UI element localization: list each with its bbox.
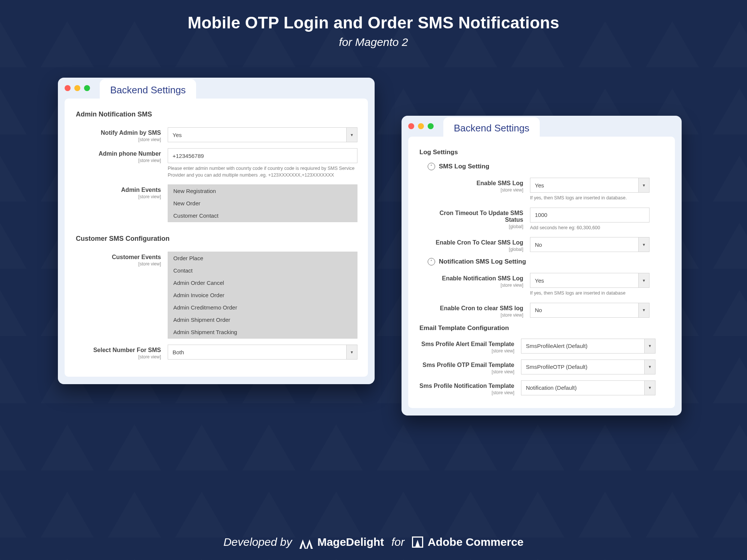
scope: [store view] (75, 354, 161, 360)
maximize-icon[interactable] (428, 123, 434, 129)
scope: [store view] (428, 283, 523, 288)
select-enable-cron-clear[interactable]: No ▼ (530, 237, 650, 252)
scope: [store view] (428, 187, 523, 193)
field-customer-events: Customer Events [store view] Order Place… (75, 252, 357, 339)
scope: [store view] (75, 194, 161, 199)
scope: [store view] (419, 369, 514, 374)
window-left: Backend Settings Admin Notification SMS … (58, 78, 375, 384)
field-enable-sms-log: Enable SMS Log [store view] Yes ▼ If yes… (428, 178, 664, 202)
select-enable-cron-notif[interactable]: No ▼ (530, 303, 650, 318)
tab-backend-settings[interactable]: Backend Settings (443, 117, 540, 139)
list-item[interactable]: Admin Shipment Tracking (168, 326, 357, 338)
scope: [global] (428, 224, 523, 229)
chevron-down-icon: ▼ (346, 345, 357, 360)
field-notify-admin: Notify Admin by SMS [store view] Yes ▼ (75, 127, 357, 142)
footer-for: for (391, 536, 405, 548)
label: Sms Profile Alert Email Template (419, 341, 514, 348)
list-item[interactable]: Admin Invoice Order (168, 289, 357, 301)
label: Enable Notification SMS Log (428, 275, 523, 282)
select-value: SmsProfileAlert (Default) (521, 339, 644, 354)
select-notify-admin[interactable]: Yes ▼ (168, 127, 357, 142)
panel-right: Log Settings ˄ SMS Log Setting Enable SM… (408, 137, 675, 408)
list-item[interactable]: Admin Order Cancel (168, 277, 357, 289)
list-item[interactable]: Admin Creditmemo Order (168, 301, 357, 314)
select-value: Notification (Default) (521, 380, 644, 395)
list-item[interactable]: Contact (168, 264, 357, 277)
section-email-template: Email Template Configuration (419, 324, 664, 332)
select-value: Yes (530, 178, 638, 193)
chevron-down-icon: ▼ (644, 339, 655, 354)
magedelight-logo-icon (300, 535, 313, 549)
label: Enable SMS Log (428, 180, 523, 187)
adobe-logo-icon (412, 536, 423, 548)
label-admin-phone: Admin phone Number (75, 150, 161, 157)
help-admin-phone: Please enter admin number with counrty c… (168, 165, 357, 178)
chevron-up-icon: ˄ (428, 163, 435, 170)
footer: Developed by MageDelight for Adobe Comme… (0, 535, 747, 549)
field-enable-cron-notif: Enable Cron to clear SMS log [store view… (428, 303, 664, 318)
brand-name: Adobe Commerce (428, 536, 524, 548)
field-cron-timeout: Cron Timeout To Update SMS Status [globa… (428, 208, 664, 231)
field-tpl2: Sms Profile OTP Email Template [store vi… (419, 360, 664, 374)
traffic-lights (65, 85, 90, 91)
tab-backend-settings[interactable]: Backend Settings (100, 79, 196, 100)
field-enable-notif-log: Enable Notification SMS Log [store view]… (428, 273, 664, 297)
titlebar: Backend Settings (402, 116, 682, 137)
select-value: Yes (168, 127, 346, 142)
select-value: No (530, 303, 638, 318)
collapse-sms-log[interactable]: ˄ SMS Log Setting (428, 163, 664, 170)
minimize-icon[interactable] (74, 85, 80, 91)
select-enable-notif-log[interactable]: Yes ▼ (530, 273, 650, 288)
collapse-notif-log[interactable]: ˄ Notification SMS Log Setting (428, 258, 664, 265)
select-value: Yes (530, 273, 638, 288)
select-tpl2[interactable]: SmsProfileOTP (Default) ▼ (521, 360, 655, 374)
multiselect-admin-events[interactable]: New Registration New Order Customer Cont… (168, 184, 357, 222)
brand-name: MageDelight (317, 536, 384, 548)
page-subtitle: for Magento 2 (0, 36, 747, 49)
select-tpl1[interactable]: SmsProfileAlert (Default) ▼ (521, 339, 655, 354)
help: If yes, then SMS logs are inserted in da… (530, 290, 664, 297)
input-admin-phone[interactable] (168, 148, 357, 163)
field-enable-cron-clear: Enable Cron To Clear SMS Log [global] No… (428, 237, 664, 252)
help: If yes, then SMS logs are inserted in da… (530, 195, 664, 202)
page-title: Mobile OTP Login and Order SMS Notificat… (0, 13, 747, 32)
close-icon[interactable] (408, 123, 414, 129)
label: Cron Timeout To Update SMS Status (428, 210, 523, 223)
chevron-down-icon: ▼ (644, 360, 655, 374)
help: Add seconds here eg: 60,300,600 (530, 225, 664, 231)
select-tpl3[interactable]: Notification (Default) ▼ (521, 380, 655, 395)
section-customer-sms: Customer SMS Configuration (76, 235, 357, 243)
titlebar: Backend Settings (58, 78, 375, 99)
select-enable-sms-log[interactable]: Yes ▼ (530, 178, 650, 193)
maximize-icon[interactable] (84, 85, 90, 91)
field-tpl1: Sms Profile Alert Email Template [store … (419, 339, 664, 354)
scope: [global] (428, 247, 523, 252)
list-item[interactable]: Customer Contact (168, 209, 357, 222)
label: Enable Cron To Clear SMS Log (428, 239, 523, 246)
brand-magedelight: MageDelight (300, 535, 384, 549)
label-notify-admin: Notify Admin by SMS (75, 130, 161, 136)
close-icon[interactable] (65, 85, 71, 91)
label-select-number: Select Number For SMS (75, 347, 161, 354)
scope: [store view] (428, 312, 523, 318)
chevron-down-icon: ▼ (638, 303, 650, 318)
group-title: Notification SMS Log Setting (439, 258, 526, 265)
multiselect-customer-events[interactable]: Order Place Contact Admin Order Cancel A… (168, 252, 357, 339)
scope: [store view] (75, 261, 161, 267)
minimize-icon[interactable] (418, 123, 424, 129)
input-cron-timeout[interactable] (530, 208, 650, 223)
footer-devby: Developed by (223, 536, 292, 548)
list-item[interactable]: New Registration (168, 185, 357, 197)
list-item[interactable]: Order Place (168, 252, 357, 264)
select-number[interactable]: Both ▼ (168, 345, 357, 360)
label-customer-events: Customer Events (75, 254, 161, 261)
traffic-lights (408, 123, 434, 129)
select-value: Both (168, 345, 346, 360)
window-right: Backend Settings Log Settings ˄ SMS Log … (402, 116, 682, 416)
list-item[interactable]: Admin Shipment Order (168, 314, 357, 326)
field-admin-phone: Admin phone Number [store view] Please e… (75, 148, 357, 178)
page-header: Mobile OTP Login and Order SMS Notificat… (0, 0, 747, 49)
chevron-down-icon: ▼ (638, 178, 650, 193)
select-value: No (530, 237, 638, 252)
list-item[interactable]: New Order (168, 197, 357, 209)
